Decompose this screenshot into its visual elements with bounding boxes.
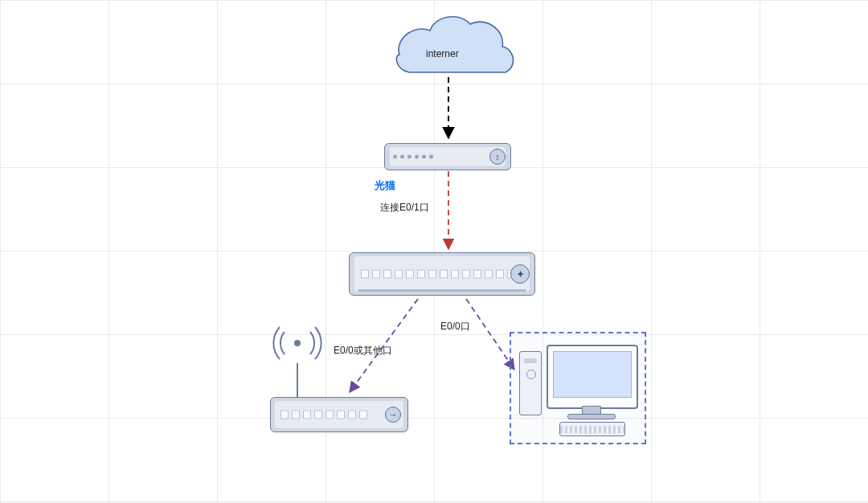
modem-ports (393, 155, 433, 159)
antenna-icon (297, 363, 298, 399)
switch-ports (361, 270, 515, 279)
switch-node[interactable]: ✦ (349, 252, 535, 296)
edge-label-switch-pc: E0/0口 (440, 320, 470, 333)
pc-node[interactable] (510, 332, 646, 444)
edge-switch-pc (466, 299, 514, 370)
pc-base (567, 414, 616, 419)
pc-tower-icon (519, 351, 542, 415)
switch-bottom-bar (358, 289, 526, 292)
pc-keyboard-icon (559, 422, 625, 436)
pc-monitor-icon (547, 345, 638, 409)
ap-ports (280, 411, 367, 419)
ap-button-icon: → (385, 407, 401, 423)
modem-node[interactable]: ↕ (384, 143, 511, 170)
access-point-node[interactable]: → (270, 344, 407, 432)
edge-label-modem-switch: 连接E0/1口 (380, 201, 429, 215)
internet-label: interner (426, 48, 459, 59)
diagram-canvas[interactable]: interner ↕ 光猫 连接E0/1口 ✦ E0/0口 E0/0或其他口 (0, 0, 868, 503)
cloud-icon (396, 17, 513, 72)
modem-button-icon: ↕ (489, 149, 506, 165)
switch-button-icon: ✦ (510, 264, 530, 284)
modem-label: 光猫 (375, 178, 395, 193)
ap-body: → (270, 397, 408, 432)
